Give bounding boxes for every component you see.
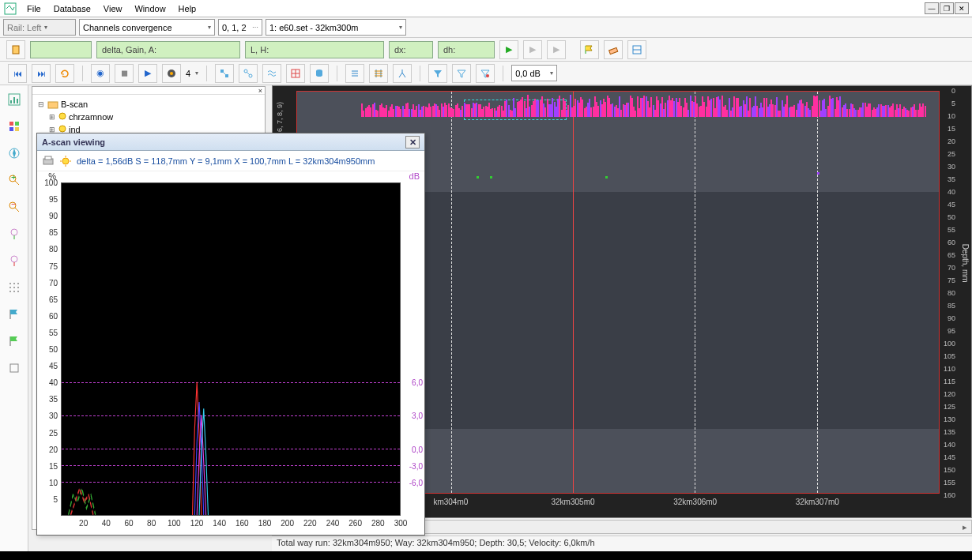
svg-rect-32 bbox=[9, 127, 13, 131]
waves-icon[interactable] bbox=[262, 64, 281, 83]
ascan-title-text: A-scan viewing bbox=[42, 137, 105, 147]
ascan-ytick: 100 bbox=[44, 179, 58, 187]
side-grid-icon[interactable] bbox=[5, 117, 24, 136]
ascan-ytick: 35 bbox=[49, 395, 58, 404]
stop-icon[interactable]: ◼ bbox=[115, 64, 134, 83]
chevron-down-icon: ▾ bbox=[44, 24, 47, 31]
side-flag2-icon[interactable] bbox=[5, 332, 24, 351]
footer-strip bbox=[0, 551, 972, 560]
ascan-plot[interactable]: dB bbox=[61, 171, 424, 533]
bscan-ytick: 95 bbox=[948, 327, 955, 335]
play-green-icon[interactable]: ▶ bbox=[499, 40, 518, 59]
svg-rect-28 bbox=[13, 97, 15, 103]
svg-line-9 bbox=[224, 73, 225, 74]
branch-icon[interactable] bbox=[393, 64, 412, 83]
bscan-xtick: 32km305m0 bbox=[552, 498, 595, 506]
ascan-xtick: 140 bbox=[213, 519, 226, 528]
channels-select[interactable]: 0, 1, 2 ⋯ bbox=[218, 19, 262, 36]
side-zoom-out-icon[interactable]: − bbox=[5, 197, 24, 216]
db-spinner[interactable]: 0,0 dB ▾ bbox=[511, 65, 557, 81]
play-gray1-icon[interactable]: ▶ bbox=[523, 40, 542, 59]
svg-point-43 bbox=[11, 256, 17, 262]
svg-point-41 bbox=[11, 229, 17, 235]
sun-icon[interactable] bbox=[59, 155, 72, 167]
filter3-icon[interactable] bbox=[476, 64, 495, 83]
counter-arrow-icon[interactable]: ▾ bbox=[195, 70, 198, 77]
ascan-close-icon[interactable]: ✕ bbox=[405, 136, 420, 148]
collapse-icon[interactable]: ⊟ bbox=[37, 100, 45, 108]
scroll-right-icon[interactable]: ▸ bbox=[959, 521, 971, 533]
toolbar-selectors: Rail: Left ▾ Channels convergence ▾ 0, 1… bbox=[0, 17, 972, 38]
ascan-titlebar[interactable]: A-scan viewing ✕ bbox=[37, 133, 424, 151]
side-compass-icon[interactable] bbox=[5, 144, 24, 163]
svg-point-50 bbox=[17, 287, 19, 288]
side-zoom-v2-icon[interactable] bbox=[5, 251, 24, 270]
side-zoom-in-icon[interactable]: + bbox=[5, 171, 24, 190]
play-gray2-icon[interactable]: ▶ bbox=[547, 40, 566, 59]
svg-rect-30 bbox=[9, 122, 13, 126]
db-refresh-icon[interactable] bbox=[310, 64, 329, 83]
bscan-ytick: 125 bbox=[944, 403, 955, 411]
flag-play-icon[interactable] bbox=[580, 40, 599, 59]
expand-icon[interactable]: ⊞ bbox=[48, 113, 56, 121]
rec-back-icon[interactable]: ◉ bbox=[91, 64, 110, 83]
tool2-icon[interactable] bbox=[239, 64, 258, 83]
menu-file[interactable]: File bbox=[21, 2, 47, 15]
bscan-ytick: 155 bbox=[944, 479, 955, 487]
ascan-ytick: 55 bbox=[49, 328, 58, 336]
side-chart-icon[interactable] bbox=[5, 90, 24, 109]
filter1-icon[interactable] bbox=[428, 64, 447, 83]
eraser-icon[interactable] bbox=[604, 40, 623, 59]
side-zoom-v1-icon[interactable] bbox=[5, 224, 24, 243]
svg-point-57 bbox=[59, 126, 66, 132]
tree-root[interactable]: ⊟ B-scan bbox=[37, 98, 260, 111]
track-icon[interactable] bbox=[369, 64, 388, 83]
bscan-ytick: 145 bbox=[944, 453, 955, 461]
menu-database[interactable]: Database bbox=[47, 2, 97, 15]
svg-rect-2 bbox=[609, 47, 618, 54]
play-blue-icon[interactable]: ▶ bbox=[138, 64, 157, 83]
bscan-ytick: 160 bbox=[944, 491, 955, 499]
layout-icon[interactable] bbox=[627, 40, 646, 59]
ascan-ytick: 30 bbox=[49, 412, 58, 420]
ascan-dbtick: 6,0 bbox=[412, 378, 423, 387]
ascan-xtick: 180 bbox=[258, 519, 272, 528]
side-stop2-icon[interactable] bbox=[5, 359, 24, 378]
svg-rect-59 bbox=[45, 156, 51, 160]
bscan-ytick: 65 bbox=[948, 251, 955, 259]
clipboard-icon[interactable] bbox=[6, 40, 25, 59]
ascan-xtick: 240 bbox=[326, 519, 340, 528]
side-dotgrid-icon[interactable] bbox=[5, 278, 24, 297]
bscan-ytick: 35 bbox=[948, 175, 955, 183]
refresh-icon[interactable] bbox=[55, 64, 74, 83]
bscan-ytick: 45 bbox=[948, 201, 955, 209]
rail-select[interactable]: Rail: Left ▾ bbox=[3, 19, 76, 36]
list-icon[interactable] bbox=[345, 64, 364, 83]
mode-select[interactable]: Channels convergence ▾ bbox=[79, 19, 215, 36]
grid-red-icon[interactable] bbox=[286, 64, 305, 83]
panel-close-icon[interactable]: × bbox=[32, 87, 265, 95]
close-icon[interactable]: ✕ bbox=[955, 2, 969, 14]
bscan-ytick: 130 bbox=[944, 415, 955, 423]
print-icon[interactable] bbox=[42, 155, 55, 167]
separator bbox=[420, 66, 420, 81]
setfile-select[interactable]: 1: e60.set - 32km300m ▾ bbox=[266, 19, 406, 36]
left-sidebar: + − bbox=[0, 85, 28, 551]
minimize-icon[interactable]: — bbox=[925, 2, 939, 14]
filter2-icon[interactable] bbox=[452, 64, 471, 83]
target-icon[interactable] bbox=[162, 64, 181, 83]
restore-icon[interactable]: ❐ bbox=[940, 2, 954, 14]
skip-start-icon[interactable]: ⏮ bbox=[8, 64, 27, 83]
ascan-ytick: 5 bbox=[53, 494, 58, 503]
menu-help[interactable]: Help bbox=[172, 2, 203, 15]
menu-view[interactable]: View bbox=[97, 2, 129, 15]
ascan-ytick: 65 bbox=[49, 295, 58, 303]
tree-child1[interactable]: ⊞ chrzamnow bbox=[37, 111, 260, 123]
bscan-ytick: 60 bbox=[948, 239, 955, 246]
menu-window[interactable]: Window bbox=[128, 2, 171, 15]
side-flag1-icon[interactable] bbox=[5, 305, 24, 324]
bscan-ytick: 30 bbox=[948, 163, 955, 171]
tool1-icon[interactable] bbox=[215, 64, 234, 83]
skip-end-icon[interactable]: ⏭ bbox=[32, 64, 51, 83]
svg-point-45 bbox=[9, 283, 11, 284]
